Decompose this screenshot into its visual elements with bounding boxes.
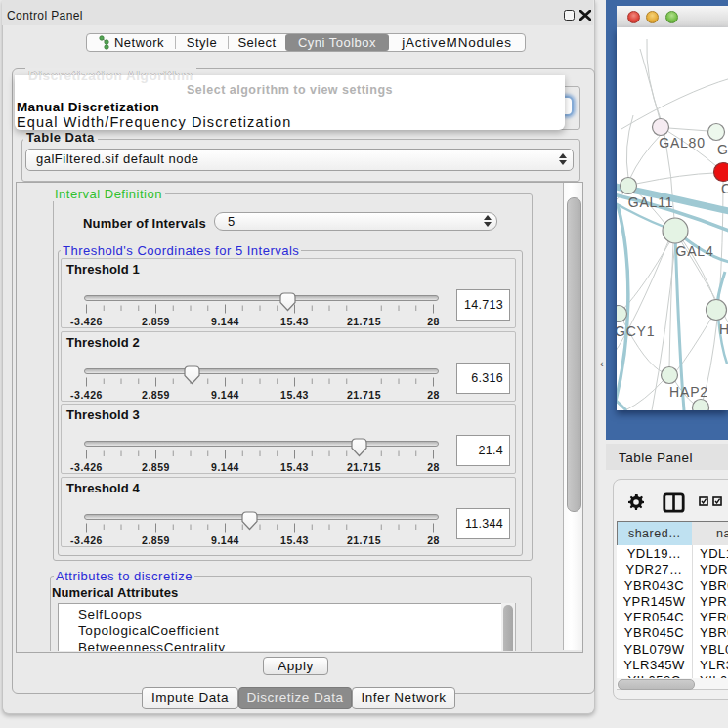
svg-text:GAL4: GAL4 [676, 243, 714, 259]
svg-text:H: H [719, 321, 728, 337]
svg-text:GCY1: GCY1 [617, 323, 655, 339]
svg-text:GA: GA [717, 142, 728, 157]
svg-text:GAL80: GAL80 [659, 135, 706, 150]
svg-text:GAL11: GAL11 [628, 194, 674, 210]
svg-text:CD: CD [721, 181, 728, 196]
svg-text:HAP2: HAP2 [669, 384, 708, 400]
